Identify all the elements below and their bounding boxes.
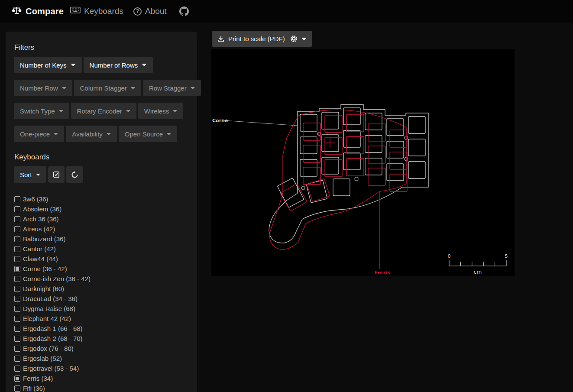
keyboard-list-item-draculad-34-36[interactable]: DracuLad (34 - 36) xyxy=(14,294,189,304)
keyboard-list-item-elephant-42-42[interactable]: Elephant 42 (42) xyxy=(14,314,189,324)
checkbox-check-icon xyxy=(53,171,60,178)
keyboard-label: Dygma Raise (68) xyxy=(23,304,75,314)
keyboard-list-item-balbuzard-36[interactable]: Balbuzard (36) xyxy=(14,234,189,244)
keyboard-checkbox[interactable] xyxy=(14,356,20,362)
question-circle-icon: ? xyxy=(133,7,142,16)
print-to-scale-button[interactable]: Print to scale (PDF) xyxy=(212,31,291,47)
filter-button-column-stagger[interactable]: Column Stagger xyxy=(74,80,141,96)
keyboard-overlay-plot: CorneFerris05cm xyxy=(211,49,515,276)
keyboard-checkbox[interactable] xyxy=(14,226,20,232)
ferris-key xyxy=(368,124,385,141)
keyboard-label: Claw44 (44) xyxy=(23,254,58,264)
filter-button-label: Number of Rows xyxy=(90,62,138,69)
keyboard-label: Ergoslab (52) xyxy=(23,353,62,363)
keyboard-list-item-dygma-raise-68[interactable]: Dygma Raise (68) xyxy=(14,304,189,314)
keyboard-list-item-absolem-36[interactable]: Absolem (36) xyxy=(14,204,189,214)
keyboard-checkbox[interactable] xyxy=(14,386,20,392)
keyboard-list-item-ergodox-76-80[interactable]: Ergodox (76 - 80) xyxy=(14,343,189,353)
keyboard-checkbox[interactable] xyxy=(14,256,20,262)
keyboard-checkbox[interactable] xyxy=(14,236,20,242)
brand-title: Compare xyxy=(26,6,64,16)
keyboard-label: Darknight (60) xyxy=(23,284,64,294)
ruler-end-label: 5 xyxy=(505,253,508,259)
navbar: Compare Keyboards ? About xyxy=(0,0,573,23)
filter-button-switch-type[interactable]: Switch Type xyxy=(14,103,69,119)
keyboard-overlay-svg: CorneFerris05cm xyxy=(211,49,515,276)
keyboard-checkbox[interactable] xyxy=(14,246,20,252)
corne-key xyxy=(408,162,425,178)
keyboard-checkbox[interactable] xyxy=(14,196,20,202)
reset-selection-button[interactable] xyxy=(66,166,83,183)
reset-rotate-icon xyxy=(71,171,78,178)
filter-button-number-of-rows[interactable]: Number of Rows xyxy=(84,57,153,73)
keyboard-list-item-fifi-36[interactable]: Fifi (36) xyxy=(14,383,189,392)
chevron-down-icon xyxy=(301,38,307,40)
settings-dropdown-button[interactable] xyxy=(285,31,312,47)
ferris-key xyxy=(307,179,330,202)
keyboard-checkbox[interactable] xyxy=(14,336,20,342)
filter-button-row-stagger[interactable]: Row Stagger xyxy=(143,80,201,96)
nav-item-keyboards[interactable]: Keyboards xyxy=(70,6,123,16)
keyboard-label: Ergodox (76 - 80) xyxy=(23,343,74,353)
corne-key xyxy=(387,141,404,158)
sidebar-panel: Filters Number of KeysNumber of Rows Num… xyxy=(6,32,197,392)
keyboard-list-item-cantor-42[interactable]: Cantor (42) xyxy=(14,244,189,254)
filter-rows: Number RowColumn StaggerRow StaggerSwitc… xyxy=(14,80,189,142)
keyboard-label: Corne (36 - 42) xyxy=(23,264,67,274)
keyboard-checkbox[interactable] xyxy=(14,346,20,352)
sort-button[interactable]: Sort xyxy=(14,166,46,183)
keyboard-checkbox[interactable] xyxy=(14,306,20,312)
keyboard-checkbox[interactable] xyxy=(14,296,20,302)
filter-button-number-row[interactable]: Number Row xyxy=(14,80,72,96)
sort-label: Sort xyxy=(20,171,32,178)
filter-button-label: Switch Type xyxy=(20,107,55,115)
filter-button-label: Wireless xyxy=(144,107,169,115)
corne-key xyxy=(343,130,360,147)
github-link[interactable] xyxy=(179,6,189,18)
mount-hole xyxy=(355,177,358,181)
keyboard-list-item-arch-36-36[interactable]: Arch 36 (36) xyxy=(14,214,189,224)
keyboard-list-item-ergodash-1-66-68[interactable]: Ergodash 1 (66 - 68) xyxy=(14,324,189,334)
gear-icon xyxy=(290,35,298,42)
keyboard-list-item-claw44-44[interactable]: Claw44 (44) xyxy=(14,254,189,264)
select-all-button[interactable] xyxy=(48,166,65,183)
keyboard-list-item-corne-ish-zen-36-42[interactable]: Corne-ish Zen (36 - 42) xyxy=(14,274,189,284)
chevron-down-icon xyxy=(36,174,40,176)
keyboard-list-item-ergodash-2-68-70[interactable]: Ergodash 2 (68 - 70) xyxy=(14,334,189,343)
filter-button-rotary-encoder[interactable]: Rotary Encoder xyxy=(71,103,136,119)
keyboards-toolbar: Sort xyxy=(14,166,189,183)
keyboard-checkbox[interactable] xyxy=(14,376,20,382)
keyboard-list-item-ergoslab-52[interactable]: Ergoslab (52) xyxy=(14,353,189,363)
chevron-down-icon xyxy=(142,64,147,66)
keyboard-checkbox[interactable] xyxy=(14,286,20,292)
nav-item-about[interactable]: ? About xyxy=(133,6,167,16)
filter-row: Number RowColumn StaggerRow Stagger xyxy=(14,80,189,96)
keyboards-title: Keyboards xyxy=(14,153,189,162)
keyboard-list-item-3w6-36[interactable]: 3w6 (36) xyxy=(14,194,189,204)
ferris-key xyxy=(303,167,320,185)
filter-button-number-of-keys[interactable]: Number of Keys xyxy=(14,57,82,73)
keyboard-list-item-ferris-34[interactable]: Ferris (34) xyxy=(14,373,189,383)
keyboard-list-item-corne-36-42[interactable]: Corne (36 - 42) xyxy=(14,264,189,274)
keyboard-checkbox[interactable] xyxy=(14,366,20,372)
app-brand[interactable]: Compare xyxy=(12,6,64,17)
filter-button-wireless[interactable]: Wireless xyxy=(138,103,184,119)
filter-button-availability[interactable]: Availability xyxy=(66,126,117,142)
keyboard-list: 3w6 (36)Absolem (36)Arch 36 (36)Atreus (… xyxy=(14,194,189,392)
filter-button-open-source[interactable]: Open Source xyxy=(119,126,177,142)
filter-button-label: One-piece xyxy=(20,130,50,138)
filter-button-one-piece[interactable]: One-piece xyxy=(14,126,64,142)
keyboard-checkbox[interactable] xyxy=(14,276,20,282)
keyboard-list-item-ergotravel-53-54[interactable]: Ergotravel (53 - 54) xyxy=(14,363,189,373)
ferris-key xyxy=(325,115,342,133)
keyboard-checkbox[interactable] xyxy=(14,266,20,272)
keyboard-label: Ergodash 2 (68 - 70) xyxy=(23,334,83,343)
keyboard-list-item-darknight-60[interactable]: Darknight (60) xyxy=(14,284,189,294)
keyboard-checkbox[interactable] xyxy=(14,326,20,332)
corne-key xyxy=(322,112,339,129)
keyboard-checkbox[interactable] xyxy=(14,316,20,322)
ruler-start-label: 0 xyxy=(448,253,451,259)
keyboard-list-item-atreus-42[interactable]: Atreus (42) xyxy=(14,224,189,234)
keyboard-checkbox[interactable] xyxy=(14,206,20,212)
keyboard-checkbox[interactable] xyxy=(14,216,20,222)
